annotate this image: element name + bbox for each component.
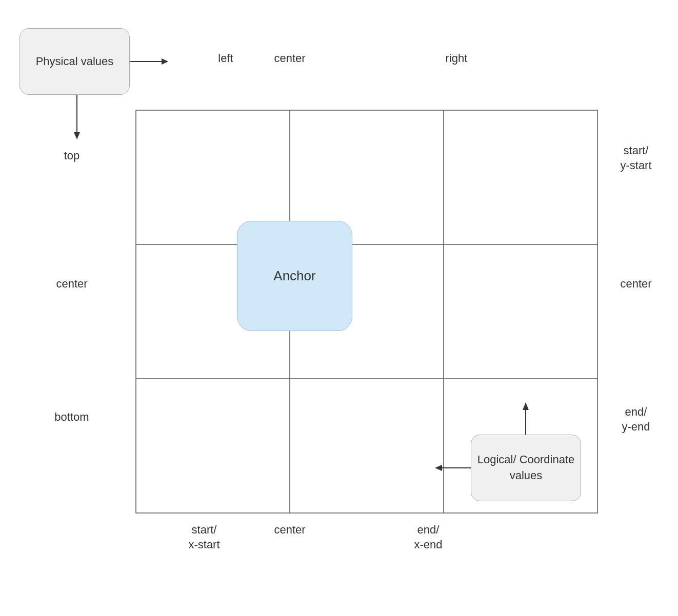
row-label-center-physical: center <box>21 277 123 292</box>
col-label-right: right <box>405 51 508 66</box>
physical-values-label: Physical values <box>36 54 114 70</box>
row-label-bottom: bottom <box>21 410 123 425</box>
row-label-y-center: center <box>603 277 669 292</box>
svg-marker-10 <box>523 402 529 410</box>
diagram-container: Physical values Logical/ Coordinate valu… <box>0 0 678 616</box>
row-label-y-start: start/y-start <box>603 143 669 173</box>
logical-values-box: Logical/ Coordinate values <box>471 435 581 501</box>
row-label-top: top <box>21 149 123 163</box>
col-label-x-start: start/x-start <box>153 523 255 552</box>
col-label-x-center: center <box>251 523 328 538</box>
svg-marker-12 <box>435 465 442 471</box>
logical-values-label: Logical/ Coordinate values <box>471 452 581 484</box>
col-label-center-physical: center <box>251 51 328 66</box>
physical-values-box: Physical values <box>19 28 130 95</box>
anchor-label: Anchor <box>273 268 315 284</box>
svg-marker-8 <box>74 132 80 139</box>
col-label-x-end: end/x-end <box>380 523 477 552</box>
row-label-y-end: end/y-end <box>603 405 669 434</box>
anchor-box: Anchor <box>237 221 352 331</box>
